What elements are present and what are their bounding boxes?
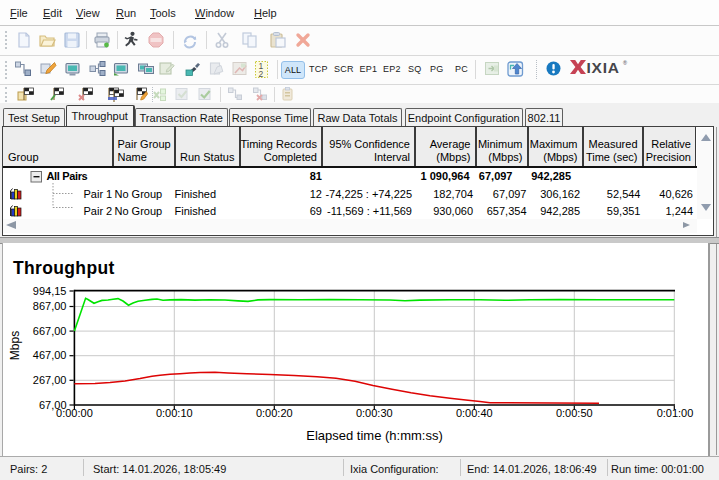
svg-text:667,00: 667,00: [33, 325, 67, 337]
svg-text:994,15: 994,15: [33, 285, 67, 297]
svg-text:0:01:00: 0:01:00: [657, 407, 694, 419]
svg-text:2: 2: [259, 69, 264, 79]
svg-text:267,00: 267,00: [33, 374, 67, 386]
svg-text:867,00: 867,00: [33, 300, 67, 312]
svg-text:Elapsed time (h:mm:ss): Elapsed time (h:mm:ss): [306, 428, 443, 443]
svg-text:0:00:10: 0:00:10: [156, 407, 193, 419]
svg-text:IXIA: IXIA: [587, 59, 620, 76]
svg-text:Mbps: Mbps: [8, 331, 22, 360]
svg-text:0:00:00: 0:00:00: [56, 407, 93, 419]
svg-text:0:00:30: 0:00:30: [356, 407, 393, 419]
svg-text:®: ®: [623, 60, 627, 66]
svg-text:0:00:20: 0:00:20: [256, 407, 293, 419]
svg-text:0:00:50: 0:00:50: [556, 407, 593, 419]
svg-text:467,00: 467,00: [33, 349, 67, 361]
svg-text:0:00:40: 0:00:40: [456, 407, 493, 419]
